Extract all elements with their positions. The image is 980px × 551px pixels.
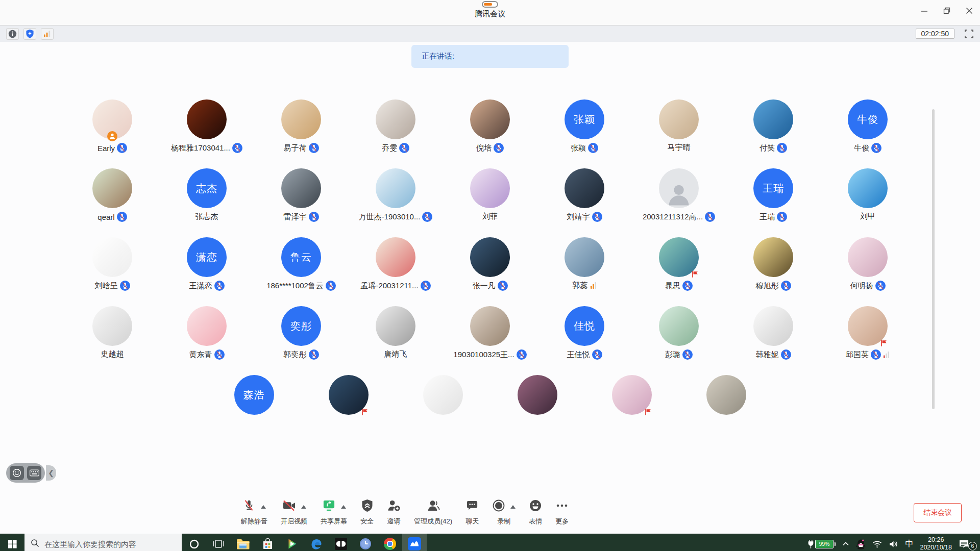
minimize-button[interactable] [921, 7, 928, 14]
start-button[interactable] [0, 534, 24, 551]
close-button[interactable] [966, 7, 973, 14]
toolbar-chat-button[interactable]: 聊天 [465, 499, 479, 526]
toolbar-more-button[interactable]: 更多 [555, 499, 569, 526]
participant-name: 黄东青 [189, 350, 212, 360]
participant-tile[interactable]: 牛俊牛俊 [821, 99, 915, 168]
participant-tile[interactable] [301, 375, 396, 444]
qq-tray-icon[interactable] [856, 539, 866, 549]
taskbar-search-box[interactable] [24, 534, 182, 551]
power-battery-indicator[interactable]: 99% [807, 539, 836, 549]
keyboard-panel-button[interactable] [27, 466, 41, 480]
participant-tile[interactable]: 黄东青 [160, 306, 254, 375]
participant-tile[interactable]: 邱国英 [821, 306, 915, 375]
participant-tile[interactable] [584, 375, 679, 444]
participant-tile[interactable] [490, 375, 584, 444]
toolbar-share-screen-button[interactable]: 共享屏幕 [321, 499, 347, 526]
participant-avatar [848, 168, 888, 208]
network-signal-icon[interactable] [41, 28, 54, 40]
action-center-icon[interactable]: 6 [959, 539, 974, 549]
participant-tile[interactable]: 森浩 [207, 375, 301, 444]
participant-tile[interactable]: 彭璐 [632, 306, 726, 375]
participant-tile[interactable]: 奕彤郭奕彤 [254, 306, 349, 375]
participant-avatar [565, 237, 604, 277]
toolbar-camera-muted-button[interactable]: 开启视频 [281, 499, 307, 526]
search-input[interactable] [44, 540, 172, 548]
participant-tile[interactable]: 鲁云186****1002鲁云 [254, 237, 349, 306]
participant-tile[interactable]: 张颖张颖 [537, 99, 632, 168]
participant-row: qearl志杰张志杰雷泽宇万世杰-1903010...刘菲刘靖宇20031211… [0, 168, 980, 237]
meeting-info-icon[interactable] [6, 28, 19, 40]
toolbar-record-button[interactable]: 录制 [492, 499, 516, 526]
participant-tile[interactable]: 19030100325王... [443, 306, 537, 375]
taskbar-app-clock-app[interactable] [353, 534, 378, 551]
restore-button[interactable] [943, 7, 950, 14]
participant-tile[interactable]: 史越超 [65, 306, 160, 375]
participant-tile[interactable]: 孟瑶-20031211... [349, 237, 443, 306]
toolbar-shield-button[interactable]: 安全 [360, 499, 374, 526]
participant-tile[interactable]: 佳悦王佳悦 [537, 306, 632, 375]
participant-tile[interactable]: 20031211312高... [632, 168, 726, 237]
toolbar-mic-muted-button[interactable]: 解除静音 [241, 499, 267, 526]
window-titlebar: 腾讯会议 [0, 0, 980, 26]
participant-tile[interactable]: 马宇晴 [632, 99, 726, 168]
toolbar-emoji-button[interactable]: 表情 [529, 499, 542, 526]
participant-tile[interactable]: Early [65, 99, 160, 168]
participant-tile[interactable]: 刘甲 [821, 168, 915, 237]
taskbar-app-cortana[interactable] [182, 534, 206, 551]
toolbar-members-button[interactable]: 管理成员(42) [414, 499, 452, 526]
participant-tile[interactable]: 潇恋王潇恋 [160, 237, 254, 306]
participant-tile[interactable]: 付笑 [726, 99, 821, 168]
wifi-icon[interactable] [872, 540, 882, 548]
volume-icon[interactable] [889, 540, 898, 548]
tray-chevron-up-icon[interactable] [842, 541, 849, 546]
participant-tile[interactable]: 杨程雅1703041... [160, 99, 254, 168]
participant-avatar [92, 168, 132, 208]
participant-tile[interactable]: 刘晗呈 [65, 237, 160, 306]
participant-tile[interactable]: 韩雅妮 [726, 306, 821, 375]
participant-tile[interactable]: 刘菲 [443, 168, 537, 237]
toolbar-invite-button[interactable]: 邀请 [387, 499, 401, 526]
participant-tile[interactable]: 何明扬 [821, 237, 915, 306]
taskbar-app-store[interactable] [255, 534, 280, 551]
vertical-scrollbar[interactable] [932, 109, 935, 409]
taskbar-app-dolby[interactable] [329, 534, 353, 551]
caret-up-icon[interactable] [341, 505, 346, 509]
taskbar-app-tencent-video[interactable] [280, 534, 304, 551]
participant-tile[interactable]: 雷泽宇 [254, 168, 349, 237]
participant-tile[interactable]: 晁思 [632, 237, 726, 306]
participant-tile[interactable]: 易子荷 [254, 99, 349, 168]
participant-tile[interactable] [679, 375, 773, 444]
participant-tile[interactable]: 倪培 [443, 99, 537, 168]
participant-tile[interactable]: 乔雯 [349, 99, 443, 168]
speaking-banner-label: 正在讲话: [422, 52, 454, 61]
participant-tile[interactable]: qearl [65, 168, 160, 237]
caret-up-icon[interactable] [261, 505, 266, 509]
participant-tile[interactable] [396, 375, 490, 444]
toolbar-item-label: 更多 [555, 517, 569, 526]
shield-plus-icon[interactable] [23, 28, 36, 40]
participant-tile[interactable]: 王瑞王瑞 [726, 168, 821, 237]
caret-up-icon[interactable] [301, 505, 306, 509]
taskbar-app-tencent-meeting[interactable] [402, 534, 427, 551]
fullscreen-icon[interactable] [964, 29, 974, 39]
avatar-initials-text: 潇恋 [196, 251, 217, 264]
participant-tile[interactable]: 万世杰-1903010... [349, 168, 443, 237]
taskbar-app-chrome[interactable] [378, 534, 402, 551]
participant-tile[interactable]: 穆旭彤 [726, 237, 821, 306]
participant-tile[interactable]: 志杰张志杰 [160, 168, 254, 237]
end-meeting-button[interactable]: 结束会议 [914, 503, 962, 522]
taskbar-app-edge[interactable] [304, 534, 329, 551]
participant-tile[interactable]: 唐靖飞 [349, 306, 443, 375]
collapse-panel-chevron-icon[interactable]: ❮ [46, 465, 56, 481]
taskbar-app-task-view[interactable] [206, 534, 231, 551]
participant-tile[interactable]: 张一凡 [443, 237, 537, 306]
participant-tile[interactable]: 郭蕊 [537, 237, 632, 306]
participant-avatar: 志杰 [187, 168, 227, 208]
taskbar-clock[interactable]: 20:26 2020/10/18 [920, 536, 952, 551]
taskbar-app-file-explorer[interactable] [231, 534, 255, 551]
participant-tile[interactable]: 刘靖宇 [537, 168, 632, 237]
ime-indicator[interactable]: 中 [905, 539, 913, 549]
emoji-reaction-button[interactable] [10, 466, 24, 480]
caret-up-icon[interactable] [510, 505, 516, 509]
participant-avatar [848, 306, 888, 346]
